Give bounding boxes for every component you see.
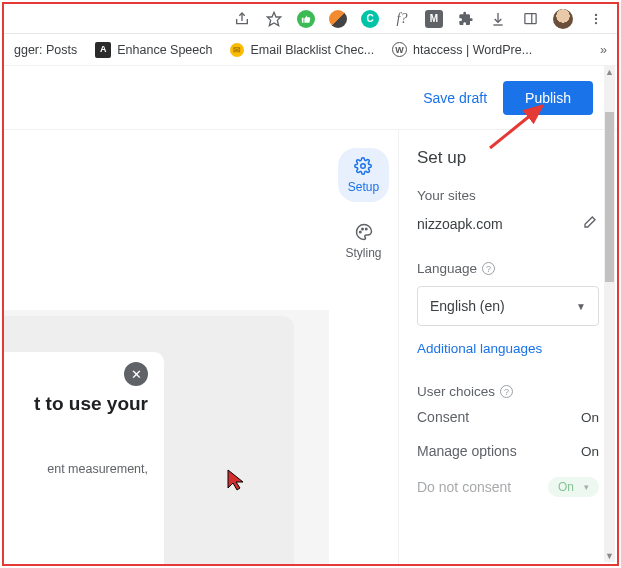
tab-label: Styling: [345, 246, 381, 260]
bookmark-label: Enhance Speech: [117, 43, 212, 57]
action-bar: Save draft Publish: [4, 66, 617, 130]
bookmarks-overflow-icon[interactable]: »: [600, 43, 607, 57]
download-icon[interactable]: [489, 10, 507, 28]
scroll-up-icon[interactable]: ▲: [604, 66, 615, 78]
palette-icon: [354, 222, 374, 242]
site-row: nizzoapk.com: [417, 213, 599, 235]
additional-languages-link[interactable]: Additional languages: [417, 341, 542, 356]
tab-setup[interactable]: Setup: [338, 148, 389, 202]
ext-m-icon[interactable]: M: [425, 10, 443, 28]
profile-avatar[interactable]: [553, 9, 573, 29]
svg-rect-1: [524, 14, 535, 24]
tab-styling[interactable]: Styling: [335, 214, 391, 268]
svg-point-4: [595, 17, 597, 19]
mail-icon: ✉: [230, 43, 244, 57]
chevron-down-icon: ▼: [576, 301, 586, 312]
panel-title: Set up: [417, 148, 599, 168]
consent-body: ent measurement,: [4, 461, 148, 479]
svg-point-9: [361, 228, 363, 230]
kebab-menu-icon[interactable]: [587, 10, 605, 28]
bookmark-htaccess[interactable]: Whtaccess | WordPre...: [392, 42, 532, 57]
side-tabs: Setup Styling: [329, 130, 399, 564]
ext-f-icon[interactable]: f?: [393, 10, 411, 28]
wordpress-icon: W: [392, 42, 407, 57]
edit-site-button[interactable]: [581, 215, 599, 233]
label-text: Language: [417, 261, 477, 276]
bookmarks-bar: gger: Posts AEnhance Speech ✉Email Black…: [4, 34, 617, 66]
save-draft-button[interactable]: Save draft: [423, 90, 487, 106]
consent-headline: t to use your: [4, 392, 148, 417]
svg-marker-0: [267, 12, 280, 25]
svg-point-7: [361, 164, 366, 169]
sites-label: Your sites: [417, 188, 599, 203]
preview-area: t to use your ent measurement, ✕: [4, 130, 329, 564]
svg-point-5: [595, 21, 597, 23]
publish-button[interactable]: Publish: [503, 81, 593, 115]
svg-point-10: [365, 228, 367, 230]
ext-icon-1[interactable]: [329, 10, 347, 28]
help-icon[interactable]: ?: [482, 262, 495, 275]
sidepanel-icon[interactable]: [521, 10, 539, 28]
vertical-scrollbar[interactable]: ▲ ▼: [604, 66, 615, 562]
bookmark-email-blacklist[interactable]: ✉Email Blacklist Chec...: [230, 43, 374, 57]
label-text: User choices: [417, 384, 495, 399]
ext-icon-2[interactable]: C: [361, 10, 379, 28]
bookmark-posts[interactable]: gger: Posts: [14, 43, 77, 57]
bookmark-label: Email Blacklist Chec...: [250, 43, 374, 57]
do-not-consent-row: Do not consent On: [417, 477, 599, 497]
bookmark-enhance-speech[interactable]: AEnhance Speech: [95, 42, 212, 58]
thumbs-up-icon[interactable]: [297, 10, 315, 28]
star-icon[interactable]: [265, 10, 283, 28]
extensions-icon[interactable]: [457, 10, 475, 28]
row-label: Consent: [417, 409, 469, 425]
browser-toolbar: C f? M: [4, 4, 617, 34]
row-label: Manage options: [417, 443, 517, 459]
row-label: Do not consent: [417, 479, 511, 495]
scroll-thumb[interactable]: [605, 112, 614, 282]
on-pill[interactable]: On: [548, 477, 599, 497]
language-label: Language ?: [417, 261, 599, 276]
consent-preview-card: t to use your ent measurement, ✕: [4, 316, 294, 564]
row-value: On: [581, 444, 599, 459]
select-value: English (en): [430, 298, 505, 314]
tab-label: Setup: [348, 180, 379, 194]
adobe-icon: A: [95, 42, 111, 58]
language-select[interactable]: English (en) ▼: [417, 286, 599, 326]
share-icon[interactable]: [233, 10, 251, 28]
bookmark-label: htaccess | WordPre...: [413, 43, 532, 57]
manage-options-row: Manage options On: [417, 443, 599, 459]
consent-row: Consent On: [417, 409, 599, 425]
svg-point-8: [359, 231, 361, 233]
gear-icon: [353, 156, 373, 176]
svg-point-3: [595, 13, 597, 15]
row-value: On: [581, 410, 599, 425]
site-url: nizzoapk.com: [417, 216, 503, 232]
scroll-down-icon[interactable]: ▼: [604, 550, 615, 562]
bookmark-label: gger: Posts: [14, 43, 77, 57]
settings-panel: Set up Your sites nizzoapk.com Language …: [399, 130, 617, 564]
user-choices-label: User choices ?: [417, 384, 599, 399]
help-icon[interactable]: ?: [500, 385, 513, 398]
close-preview-button[interactable]: ✕: [124, 362, 148, 386]
